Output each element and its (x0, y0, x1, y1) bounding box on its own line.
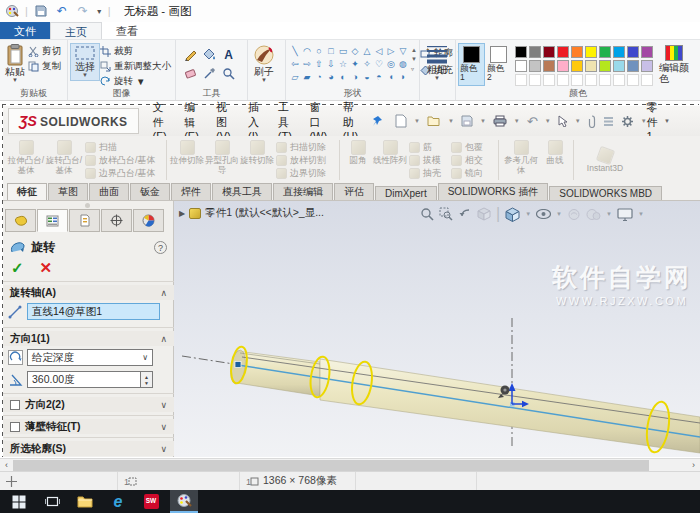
shape-option[interactable]: ⇩ (325, 58, 337, 71)
feature-button[interactable]: 异型孔向导 (204, 138, 240, 182)
tab-mbd[interactable]: SOLIDWORKS MBD (549, 186, 662, 200)
shape-option[interactable]: ◐ (337, 71, 349, 84)
tab-surfaces[interactable]: 曲面 (89, 183, 129, 200)
shape-option[interactable]: ○ (313, 45, 325, 58)
feature-button[interactable]: 相交 (451, 154, 493, 167)
feature-button[interactable]: 拔模 (409, 154, 447, 167)
size-button[interactable]: 粗细▼ (422, 43, 452, 83)
ok-button[interactable]: ✓ (11, 259, 24, 277)
feature-button[interactable]: 放样切割 (276, 154, 334, 167)
tab-directedit[interactable]: 直接编辑 (273, 183, 333, 200)
shape-option[interactable]: ◔ (313, 71, 325, 84)
shape-option[interactable]: ◖ (385, 71, 397, 84)
palette-swatch[interactable] (585, 46, 597, 58)
print-button[interactable] (493, 115, 507, 127)
pencil-tool[interactable] (182, 46, 199, 63)
select-cursor-button[interactable] (558, 115, 568, 127)
settings-gear-icon[interactable] (621, 115, 634, 128)
sketch-endpoint-marker[interactable] (235, 362, 241, 368)
palette-swatch[interactable] (557, 46, 569, 58)
cut-button[interactable]: 剪切 (28, 45, 61, 58)
feature-button[interactable]: 曲线 (540, 138, 570, 182)
shape-option[interactable]: ◠ (301, 45, 313, 58)
solidworks-taskbar-button[interactable]: SW (137, 490, 165, 513)
shape-option[interactable]: ▱ (289, 71, 301, 84)
shapes-scroll-up[interactable]: ▲ (411, 47, 417, 53)
redo-button[interactable]: ↷ (75, 3, 91, 19)
shape-option[interactable]: ✦ (349, 58, 361, 71)
color2-button[interactable]: 颜色 2 (485, 43, 512, 86)
fill-tool[interactable] (201, 46, 218, 63)
palette-swatch[interactable] (585, 60, 597, 72)
thin-feature-checkbox[interactable] (10, 422, 20, 432)
feature-button[interactable]: 边界切除 (276, 167, 334, 180)
palette-swatch[interactable] (543, 60, 555, 72)
brush-button[interactable]: 刷子▼ (250, 43, 278, 85)
shape-option[interactable]: ◁ (373, 45, 385, 58)
open-button[interactable] (427, 115, 441, 127)
shapes-scroll-down[interactable]: ▼ (411, 56, 417, 62)
feature-button[interactable]: 镜向 (451, 167, 493, 180)
displaymanager-tab[interactable] (133, 209, 164, 232)
graphics-viewport[interactable]: ▶ 零件1 (默认<<默认>_显... | ▼ ▼ ▼ ▼ 软件自学网 WWW.… (174, 201, 700, 457)
palette-swatch[interactable] (613, 60, 625, 72)
shape-option[interactable]: ◍ (397, 58, 409, 71)
feature-button[interactable]: 参考几何体 (502, 138, 540, 182)
thin-feature-section-header[interactable]: 薄壁特征(T)∨ (3, 419, 174, 434)
propertymanager-tab[interactable] (37, 209, 68, 232)
task-view-button[interactable] (38, 490, 66, 513)
feature-button[interactable]: 线性阵列 (373, 138, 407, 182)
axis-section-header[interactable]: 旋转轴(A)∧ (3, 285, 174, 300)
shape-option[interactable]: ⇧ (313, 58, 325, 71)
palette-swatch[interactable] (543, 46, 555, 58)
resize-button[interactable]: 重新调整大小 (100, 60, 171, 73)
palette-swatch[interactable] (599, 60, 611, 72)
cancel-button[interactable]: ✕ (40, 259, 53, 277)
paint-taskbar-button[interactable] (170, 490, 198, 513)
palette-swatch[interactable] (627, 46, 639, 58)
attach-icon[interactable] (588, 115, 596, 128)
scroll-right-arrow[interactable]: › (687, 459, 700, 471)
undo-button-sw[interactable]: ↶ (527, 114, 538, 129)
shape-option[interactable]: ◑ (349, 71, 361, 84)
shape-option[interactable]: ◗ (397, 71, 409, 84)
angle-spinner[interactable]: ▲▼ (140, 371, 153, 388)
featuremanager-tab[interactable] (5, 209, 36, 232)
options-list-icon[interactable] (603, 116, 614, 127)
save-button-sw[interactable] (461, 115, 473, 127)
direction2-checkbox[interactable] (10, 400, 20, 410)
copy-button[interactable]: 复制 (28, 60, 61, 73)
shape-option[interactable]: ▽ (397, 45, 409, 58)
color1-button[interactable]: 颜色 1 (458, 43, 485, 86)
shape-option[interactable]: ☆ (337, 58, 349, 71)
instant3d-button[interactable]: Instant3D (577, 138, 633, 182)
axis-selection-field[interactable]: 直线14@草图1 (27, 303, 160, 320)
direction1-section-header[interactable]: 方向1(1)∧ (3, 331, 174, 346)
pin-menu-icon[interactable] (371, 115, 383, 127)
palette-swatch[interactable] (529, 60, 541, 72)
color-picker-tool[interactable] (201, 65, 218, 82)
tab-file[interactable]: 文件 (0, 22, 50, 39)
magnifier-tool[interactable] (220, 65, 237, 82)
feature-button[interactable]: 包覆 (451, 141, 493, 154)
palette-swatch[interactable] (641, 60, 653, 72)
text-tool[interactable]: A (220, 46, 237, 63)
feature-button[interactable]: 拉伸切除 (170, 138, 204, 182)
feature-button[interactable]: 放样凸台/基体 (85, 154, 161, 167)
shape-option[interactable]: ◓ (373, 71, 385, 84)
configurationmanager-tab[interactable] (69, 209, 100, 232)
feature-button[interactable]: 抽壳 (409, 167, 447, 180)
palette-swatch[interactable] (641, 46, 653, 58)
shape-option[interactable]: ⇦ (289, 58, 301, 71)
palette-swatch[interactable] (515, 46, 527, 58)
tab-weldments[interactable]: 焊件 (171, 183, 211, 200)
shape-option[interactable]: ◕ (325, 71, 337, 84)
angle-input[interactable]: 360.00度 (27, 371, 140, 388)
selected-contours-section-header[interactable]: 所选轮廓(S)∨ (3, 441, 174, 456)
tab-sketch[interactable]: 草图 (48, 183, 88, 200)
undo-button[interactable]: ↶ (54, 3, 70, 19)
shape-option[interactable]: ╲ (289, 45, 301, 58)
shape-option[interactable]: ◒ (361, 71, 373, 84)
tab-moldtools[interactable]: 模具工具 (212, 183, 272, 200)
eraser-tool[interactable] (182, 65, 199, 82)
